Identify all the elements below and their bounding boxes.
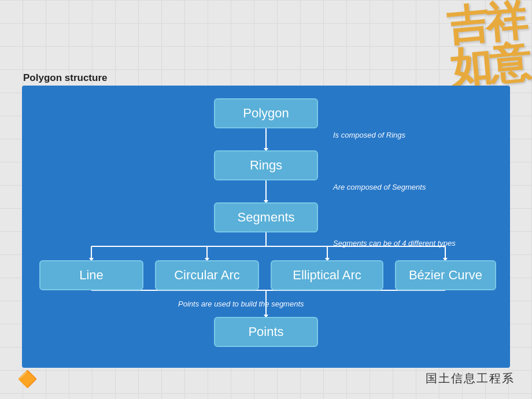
diagram-container: Polygon Rings Segments Line Circular Arc… <box>22 86 510 368</box>
line-box: Line <box>39 260 143 290</box>
points-box: Points <box>214 317 318 347</box>
annotation-types: Segments can be of 4 different types <box>333 239 456 247</box>
polygon-box: Polygon <box>214 98 318 128</box>
annotation-segments: Are composed of Segments <box>333 183 426 191</box>
page-title: Polygon structure <box>23 72 107 84</box>
annotation-rings: Is composed of Rings <box>333 131 405 139</box>
segments-box: Segments <box>214 202 318 232</box>
bezier-curve-box: Bézier Curve <box>395 260 496 290</box>
bottom-right-text: 国土信息工程系 <box>426 371 515 386</box>
logo-bottom-left: 🔶 <box>17 370 38 389</box>
circular-arc-box: Circular Arc <box>155 260 259 290</box>
watermark-icon: 吉祥如意 <box>445 0 530 90</box>
annotation-points: Points are used to build the segments <box>178 300 304 308</box>
rings-box: Rings <box>214 150 318 180</box>
elliptical-arc-box: Elliptical Arc <box>271 260 383 290</box>
